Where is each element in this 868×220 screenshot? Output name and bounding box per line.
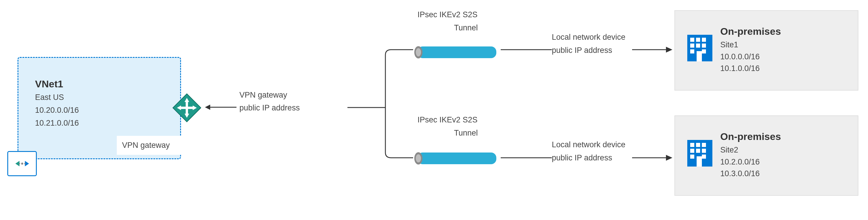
- local-device-bottom-line1: Local network device: [552, 140, 625, 149]
- site2-cidr1: 10.2.0.0/16: [720, 156, 858, 168]
- svg-rect-44: [702, 155, 706, 159]
- tunnel-label-top-line2: Tunnel: [454, 23, 478, 32]
- arrow-to-gateway: [205, 103, 237, 112]
- vnet-cidr-1: 10.20.0.0/16: [35, 106, 79, 115]
- site2-container: On-premises Site2 10.2.0.0/16 10.3.0.0/1…: [675, 115, 858, 196]
- svg-rect-40: [690, 149, 694, 153]
- svg-rect-30: [690, 44, 694, 48]
- tunnel-label-bottom-line2: Tunnel: [454, 129, 478, 138]
- tunnel-label-bottom-line1: IPsec IKEv2 S2S: [417, 115, 478, 125]
- svg-rect-11: [181, 107, 193, 109]
- svg-rect-14: [417, 47, 496, 58]
- vpn-gateway-info-line1: VPN gateway: [240, 90, 287, 100]
- vpn-gateway-label-box: VPN gateway: [117, 136, 184, 155]
- site1-cidr1: 10.0.0.0/16: [720, 51, 858, 63]
- svg-marker-13: [205, 105, 210, 110]
- svg-point-3: [19, 163, 20, 164]
- svg-rect-34: [702, 49, 706, 53]
- svg-rect-38: [696, 143, 700, 147]
- vnet-icon: [7, 151, 37, 176]
- arrow-to-site2: [632, 154, 673, 162]
- svg-rect-32: [702, 44, 706, 48]
- site1-container: On-premises Site1 10.0.0.0/16 10.1.0.0/1…: [675, 10, 858, 90]
- svg-rect-27: [690, 38, 694, 42]
- tunnel-icon-top: [413, 45, 501, 60]
- arrow-to-site1: [632, 45, 673, 54]
- svg-rect-17: [417, 153, 496, 164]
- svg-rect-41: [696, 149, 700, 153]
- svg-point-2: [21, 163, 23, 165]
- local-device-top-line2: public IP address: [552, 46, 612, 55]
- vpn-gateway-label: VPN gateway: [122, 141, 170, 150]
- tunnel-icon-bottom: [413, 150, 501, 166]
- building-icon: [687, 34, 713, 62]
- svg-rect-31: [696, 44, 700, 48]
- svg-rect-37: [690, 143, 694, 147]
- branch-line: [347, 44, 417, 164]
- local-device-top-line1: Local network device: [552, 33, 625, 42]
- svg-rect-33: [690, 49, 694, 53]
- site1-name: Site1: [720, 39, 858, 51]
- diagram-canvas: VNet1 East US 10.20.0.0/16 10.21.0.0/16 …: [0, 0, 868, 220]
- svg-marker-23: [666, 47, 672, 53]
- tunnel-label-top-line1: IPsec IKEv2 S2S: [417, 10, 478, 19]
- vnet-cidr-2: 10.21.0.0/16: [35, 119, 79, 128]
- svg-rect-29: [702, 38, 706, 42]
- svg-point-16: [416, 48, 421, 56]
- svg-rect-45: [696, 156, 702, 167]
- local-device-bottom-line2: public IP address: [552, 154, 612, 162]
- site2-cidr2: 10.3.0.0/16: [720, 168, 858, 180]
- svg-rect-43: [690, 155, 694, 159]
- site2-heading: On-premises: [720, 129, 858, 144]
- vnet-region: East US: [35, 93, 64, 102]
- svg-rect-39: [702, 143, 706, 147]
- site2-name: Site2: [720, 144, 858, 156]
- vnet-title: VNet1: [35, 78, 63, 90]
- vpn-gateway-info-line2: public IP address: [240, 104, 300, 112]
- svg-rect-35: [696, 51, 702, 61]
- line-tunnel1-out: [501, 45, 552, 54]
- site1-cidr2: 10.1.0.0/16: [720, 62, 858, 75]
- vpn-gateway-icon: [172, 93, 202, 122]
- svg-point-4: [24, 163, 26, 164]
- line-tunnel2-out: [501, 154, 552, 162]
- svg-rect-42: [702, 149, 706, 153]
- svg-rect-28: [696, 38, 700, 42]
- building-icon: [687, 139, 713, 167]
- svg-marker-25: [666, 155, 672, 161]
- site1-heading: On-premises: [720, 24, 858, 39]
- svg-point-19: [416, 154, 421, 162]
